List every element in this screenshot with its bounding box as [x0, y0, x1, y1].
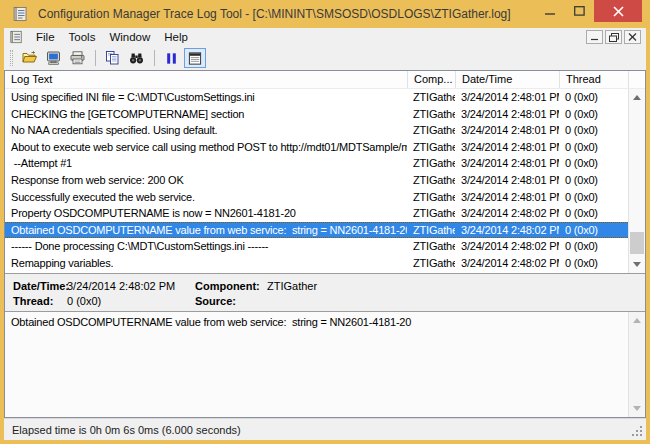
log-row-text: Remapping variables.: [5, 255, 407, 272]
menu-tools[interactable]: Tools: [62, 28, 103, 46]
open-remote-button[interactable]: [42, 48, 64, 68]
log-row[interactable]: Remapping variables. ZTIGather 3/24/2014…: [5, 255, 628, 272]
log-row-component: ZTIGather: [407, 205, 455, 222]
message-box: Obtained OSDCOMPUTERNAME value from web …: [5, 311, 645, 417]
log-row-datetime: 3/24/2014 2:48:02 PM: [455, 222, 559, 239]
details-datetime-value: 3/24/2014 2:48:02 PM: [67, 280, 195, 292]
log-row[interactable]: Property OSDCOMPUTERNAME is now = NN2601…: [5, 205, 628, 222]
log-row-datetime: 3/24/2014 2:48:01 PM: [455, 155, 559, 172]
details-thread-label: Thread:: [13, 295, 67, 307]
log-row-text: No NAA credentials specified. Using defa…: [5, 122, 407, 139]
log-row-thread: 0 (0x0): [559, 172, 628, 189]
log-row-thread: 0 (0x0): [559, 89, 628, 106]
column-header-datetime[interactable]: Date/Time: [455, 71, 559, 88]
log-row-thread: 0 (0x0): [559, 139, 628, 156]
log-row[interactable]: About to execute web service call using …: [5, 139, 628, 156]
log-row-component: ZTIGather: [407, 139, 455, 156]
log-row-text: About to execute web service call using …: [5, 139, 407, 156]
open-folder-icon: [21, 50, 38, 66]
window-title: Configuration Manager Trace Log Tool - […: [38, 7, 511, 21]
log-row-component: ZTIGather: [407, 189, 455, 206]
toolbar: [4, 46, 646, 70]
menu-window[interactable]: Window: [102, 28, 157, 46]
message-text[interactable]: Obtained OSDCOMPUTERNAME value from web …: [5, 312, 628, 417]
open-log-button[interactable]: [18, 48, 40, 68]
log-row-component: ZTIGather: [407, 172, 455, 189]
details-component-value: ZTIGather: [267, 280, 645, 292]
mdi-minimize-button[interactable]: [586, 30, 603, 44]
log-row-datetime: 3/24/2014 2:48:01 PM: [455, 189, 559, 206]
menu-file[interactable]: File: [29, 28, 62, 46]
log-row-text: CHECKING the [GETCOMPUTERNAME] section: [5, 106, 407, 123]
pause-button[interactable]: [160, 48, 182, 68]
log-row-text: ------ Done processing C:\MDT\CustomSett…: [5, 238, 407, 255]
elapsed-time-text: Elapsed time is 0h 0m 6s 0ms (6.000 seco…: [12, 424, 241, 436]
scroll-up-icon[interactable]: [629, 312, 645, 329]
log-rows: Using specified INI file = C:\MDT\Custom…: [5, 89, 628, 273]
log-row-datetime: 3/24/2014 2:48:02 PM: [455, 205, 559, 222]
details-datetime-label: Date/Time:: [13, 280, 67, 292]
maximize-button[interactable]: [565, 0, 594, 22]
log-row-text: Using specified INI file = C:\MDT\Custom…: [5, 89, 407, 106]
log-row[interactable]: Using specified INI file = C:\MDT\Custom…: [5, 89, 628, 106]
log-row-text: Successfully executed the web service.: [5, 189, 407, 206]
resize-grip-icon[interactable]: [640, 434, 642, 436]
scrollbar-thumb[interactable]: [630, 232, 644, 254]
log-row[interactable]: Successfully executed the web service. Z…: [5, 189, 628, 206]
print-button[interactable]: [66, 48, 88, 68]
log-row-text: Response from web service: 200 OK: [5, 172, 407, 189]
detail-view-toggle[interactable]: [184, 48, 206, 68]
log-row-text: Obtained OSDCOMPUTERNAME value from web …: [5, 222, 407, 239]
log-row[interactable]: ------ Done processing C:\MDT\CustomSett…: [5, 238, 628, 255]
details-source-label: Source:: [195, 295, 267, 307]
log-view: Log Text Comp... Date/Time Thread Using …: [4, 70, 646, 418]
log-row[interactable]: Obtained OSDCOMPUTERNAME value from web …: [5, 222, 628, 239]
log-row-text: --Attempt #1: [5, 155, 407, 172]
log-row-datetime: 3/24/2014 2:48:01 PM: [455, 106, 559, 123]
status-bar: Elapsed time is 0h 0m 6s 0ms (6.000 seco…: [4, 418, 646, 440]
log-row-component: ZTIGather: [407, 222, 455, 239]
log-row-datetime: 3/24/2014 2:48:01 PM: [455, 172, 559, 189]
toolbar-grip: [10, 50, 13, 66]
find-button[interactable]: [125, 48, 147, 68]
log-row-component: ZTIGather: [407, 89, 455, 106]
log-row-datetime: 3/24/2014 2:48:02 PM: [455, 255, 559, 272]
log-row-thread: 0 (0x0): [559, 122, 628, 139]
log-row-datetime: 3/24/2014 2:48:01 PM: [455, 89, 559, 106]
toolbar-separator: [154, 50, 155, 66]
column-header-log-text[interactable]: Log Text: [5, 71, 407, 88]
message-scrollbar[interactable]: [628, 312, 645, 417]
column-header-thread[interactable]: Thread: [559, 71, 628, 88]
pause-icon: [164, 51, 179, 66]
scroll-down-icon[interactable]: [629, 400, 645, 417]
log-row-text: Property OSDCOMPUTERNAME is now = NN2601…: [5, 205, 407, 222]
titlebar: Configuration Manager Trace Log Tool - […: [0, 0, 650, 28]
log-row-thread: 0 (0x0): [559, 255, 628, 272]
minimize-button[interactable]: [536, 0, 565, 22]
scroll-up-icon[interactable]: [629, 89, 645, 106]
detail-view-icon: [187, 51, 203, 66]
log-row-component: ZTIGather: [407, 106, 455, 123]
menu-help[interactable]: Help: [157, 28, 195, 46]
log-row[interactable]: CHECKING the [GETCOMPUTERNAME] section Z…: [5, 106, 628, 123]
log-row[interactable]: Response from web service: 200 OK ZTIGat…: [5, 172, 628, 189]
computer-icon: [45, 50, 62, 66]
menubar: File Tools Window Help: [4, 28, 646, 46]
log-row-thread: 0 (0x0): [559, 189, 628, 206]
scroll-down-icon[interactable]: [629, 256, 645, 273]
mdi-restore-button[interactable]: [605, 30, 622, 44]
mdi-close-button[interactable]: [624, 30, 641, 44]
copy-button[interactable]: [101, 48, 123, 68]
column-header-component[interactable]: Comp...: [407, 71, 455, 88]
app-icon: [12, 6, 28, 22]
toolbar-separator: [95, 50, 96, 66]
list-vertical-scrollbar[interactable]: [628, 89, 645, 273]
printer-icon: [69, 50, 86, 66]
details-component-label: Component:: [195, 280, 267, 292]
log-row[interactable]: No NAA credentials specified. Using defa…: [5, 122, 628, 139]
close-button[interactable]: [594, 0, 642, 22]
log-row-thread: 0 (0x0): [559, 106, 628, 123]
log-row[interactable]: --Attempt #1 ZTIGather 3/24/2014 2:48:01…: [5, 155, 628, 172]
mdi-document-icon[interactable]: [9, 30, 23, 44]
log-row-datetime: 3/24/2014 2:48:02 PM: [455, 238, 559, 255]
